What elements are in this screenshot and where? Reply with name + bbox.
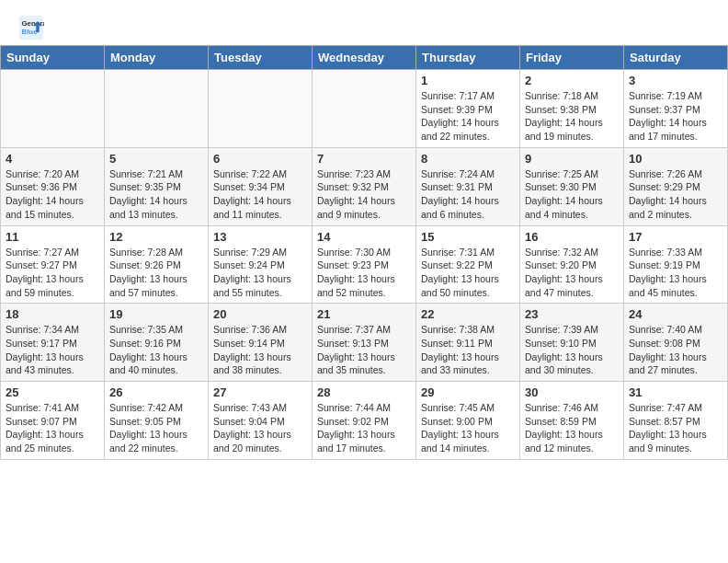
day-cell: 4Sunrise: 7:20 AM Sunset: 9:36 PM Daylig… [1,147,105,225]
day-number: 18 [6,307,99,321]
day-number: 31 [629,385,722,399]
col-header-friday: Friday [520,46,624,70]
day-cell [209,70,313,148]
day-number: 4 [6,152,99,166]
day-number: 29 [421,385,515,399]
day-cell: 15Sunrise: 7:31 AM Sunset: 9:22 PM Dayli… [416,225,520,304]
day-cell: 2Sunrise: 7:18 AM Sunset: 9:38 PM Daylig… [520,70,624,148]
day-cell: 16Sunrise: 7:32 AM Sunset: 9:20 PM Dayli… [520,225,624,304]
day-number: 2 [525,74,619,87]
day-cell: 5Sunrise: 7:21 AM Sunset: 9:35 PM Daylig… [105,147,209,225]
day-cell: 25Sunrise: 7:41 AM Sunset: 9:07 PM Dayli… [1,382,105,460]
day-info: Sunrise: 7:47 AM Sunset: 8:57 PM Dayligh… [629,401,722,455]
day-info: Sunrise: 7:19 AM Sunset: 9:37 PM Dayligh… [629,89,722,144]
logo-icon: General Blue [18,15,44,40]
day-number: 23 [525,307,619,321]
day-cell [313,70,416,148]
day-cell: 19Sunrise: 7:35 AM Sunset: 9:16 PM Dayli… [105,304,209,382]
day-number: 27 [213,385,307,399]
day-number: 28 [317,385,411,399]
day-cell: 27Sunrise: 7:43 AM Sunset: 9:04 PM Dayli… [209,382,313,460]
day-cell: 22Sunrise: 7:38 AM Sunset: 9:11 PM Dayli… [416,304,520,382]
day-info: Sunrise: 7:35 AM Sunset: 9:16 PM Dayligh… [109,323,203,377]
day-number: 17 [629,230,722,244]
calendar-table: SundayMondayTuesdayWednesdayThursdayFrid… [0,45,728,460]
day-cell: 17Sunrise: 7:33 AM Sunset: 9:19 PM Dayli… [624,225,728,304]
day-cell: 23Sunrise: 7:39 AM Sunset: 9:10 PM Dayli… [520,304,624,382]
day-cell: 14Sunrise: 7:30 AM Sunset: 9:23 PM Dayli… [313,225,416,304]
day-cell: 29Sunrise: 7:45 AM Sunset: 9:00 PM Dayli… [416,382,520,460]
day-number: 22 [421,307,515,321]
day-number: 9 [525,152,619,166]
day-info: Sunrise: 7:31 AM Sunset: 9:22 PM Dayligh… [421,246,515,300]
day-number: 3 [629,74,722,87]
day-info: Sunrise: 7:26 AM Sunset: 9:29 PM Dayligh… [629,167,722,222]
col-header-thursday: Thursday [416,46,520,70]
day-number: 16 [525,230,619,244]
day-info: Sunrise: 7:38 AM Sunset: 9:11 PM Dayligh… [421,323,515,377]
day-cell: 21Sunrise: 7:37 AM Sunset: 9:13 PM Dayli… [313,304,416,382]
day-info: Sunrise: 7:46 AM Sunset: 8:59 PM Dayligh… [525,401,619,455]
col-header-saturday: Saturday [624,46,728,70]
day-cell: 24Sunrise: 7:40 AM Sunset: 9:08 PM Dayli… [624,304,728,382]
day-info: Sunrise: 7:20 AM Sunset: 9:36 PM Dayligh… [6,167,99,222]
day-number: 21 [317,307,411,321]
day-cell: 1Sunrise: 7:17 AM Sunset: 9:39 PM Daylig… [416,70,520,148]
day-info: Sunrise: 7:44 AM Sunset: 9:02 PM Dayligh… [317,401,411,455]
day-cell: 11Sunrise: 7:27 AM Sunset: 9:27 PM Dayli… [1,225,105,304]
day-cell: 12Sunrise: 7:28 AM Sunset: 9:26 PM Dayli… [105,225,209,304]
day-info: Sunrise: 7:32 AM Sunset: 9:20 PM Dayligh… [525,246,619,300]
col-header-tuesday: Tuesday [209,46,313,70]
day-cell: 7Sunrise: 7:23 AM Sunset: 9:32 PM Daylig… [313,147,416,225]
calendar-header-row: SundayMondayTuesdayWednesdayThursdayFrid… [1,46,728,70]
day-info: Sunrise: 7:18 AM Sunset: 9:38 PM Dayligh… [525,89,619,144]
week-row-2: 4Sunrise: 7:20 AM Sunset: 9:36 PM Daylig… [1,147,728,225]
day-cell: 28Sunrise: 7:44 AM Sunset: 9:02 PM Dayli… [313,382,416,460]
day-info: Sunrise: 7:30 AM Sunset: 9:23 PM Dayligh… [317,246,411,300]
col-header-sunday: Sunday [1,46,105,70]
day-cell [1,70,105,148]
day-cell [105,70,209,148]
day-number: 5 [109,152,203,166]
col-header-monday: Monday [105,46,209,70]
day-info: Sunrise: 7:28 AM Sunset: 9:26 PM Dayligh… [109,246,203,300]
day-cell: 20Sunrise: 7:36 AM Sunset: 9:14 PM Dayli… [209,304,313,382]
day-number: 1 [421,74,515,87]
day-info: Sunrise: 7:37 AM Sunset: 9:13 PM Dayligh… [317,323,411,377]
day-number: 25 [6,385,99,399]
day-cell: 18Sunrise: 7:34 AM Sunset: 9:17 PM Dayli… [1,304,105,382]
week-row-4: 18Sunrise: 7:34 AM Sunset: 9:17 PM Dayli… [1,304,728,382]
day-info: Sunrise: 7:36 AM Sunset: 9:14 PM Dayligh… [213,323,307,377]
day-cell: 3Sunrise: 7:19 AM Sunset: 9:37 PM Daylig… [624,70,728,148]
day-info: Sunrise: 7:29 AM Sunset: 9:24 PM Dayligh… [213,246,307,300]
day-info: Sunrise: 7:33 AM Sunset: 9:19 PM Dayligh… [629,246,722,300]
day-info: Sunrise: 7:23 AM Sunset: 9:32 PM Dayligh… [317,167,411,222]
week-row-3: 11Sunrise: 7:27 AM Sunset: 9:27 PM Dayli… [1,225,728,304]
day-number: 12 [109,230,203,244]
logo: General Blue [18,15,44,40]
svg-text:Blue: Blue [22,28,39,36]
day-info: Sunrise: 7:42 AM Sunset: 9:05 PM Dayligh… [109,401,203,455]
day-number: 10 [629,152,722,166]
day-number: 8 [421,152,515,166]
day-info: Sunrise: 7:27 AM Sunset: 9:27 PM Dayligh… [6,246,99,300]
day-cell: 9Sunrise: 7:25 AM Sunset: 9:30 PM Daylig… [520,147,624,225]
day-number: 26 [109,385,203,399]
day-number: 19 [109,307,203,321]
week-row-1: 1Sunrise: 7:17 AM Sunset: 9:39 PM Daylig… [1,70,728,148]
day-info: Sunrise: 7:40 AM Sunset: 9:08 PM Dayligh… [629,323,722,377]
day-number: 30 [525,385,619,399]
day-number: 20 [213,307,307,321]
day-number: 24 [629,307,722,321]
day-info: Sunrise: 7:43 AM Sunset: 9:04 PM Dayligh… [213,401,307,455]
day-info: Sunrise: 7:25 AM Sunset: 9:30 PM Dayligh… [525,167,619,222]
day-number: 7 [317,152,411,166]
day-cell: 6Sunrise: 7:22 AM Sunset: 9:34 PM Daylig… [209,147,313,225]
day-number: 13 [213,230,307,244]
day-number: 11 [6,230,99,244]
day-cell: 30Sunrise: 7:46 AM Sunset: 8:59 PM Dayli… [520,382,624,460]
day-number: 6 [213,152,307,166]
page-header: General Blue [0,0,728,45]
day-number: 14 [317,230,411,244]
day-cell: 26Sunrise: 7:42 AM Sunset: 9:05 PM Dayli… [105,382,209,460]
